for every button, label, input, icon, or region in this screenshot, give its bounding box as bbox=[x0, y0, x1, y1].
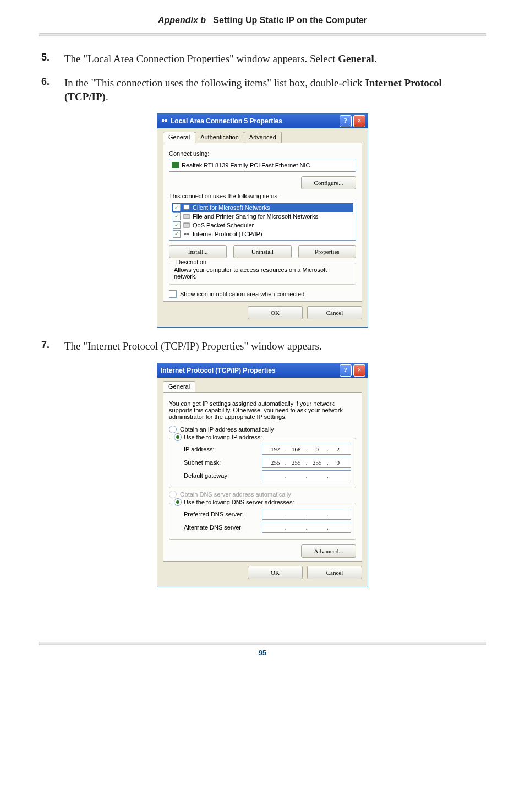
step-text: In the "This connection uses the followi… bbox=[64, 76, 484, 104]
description-text: Allows your computer to access resources… bbox=[174, 266, 351, 280]
connection-icon bbox=[161, 116, 168, 126]
close-button[interactable]: × bbox=[353, 364, 365, 377]
list-item[interactable]: ✓ Internet Protocol (TCP/IP) bbox=[172, 230, 353, 238]
use-ip-group: Use the following IP address: IP address… bbox=[169, 438, 356, 488]
tab-general[interactable]: General bbox=[163, 381, 195, 392]
list-item[interactable]: ✓ QoS Packet Scheduler bbox=[172, 221, 353, 230]
ip-address-input[interactable]: 192. 168. 0. 2 bbox=[262, 444, 351, 455]
alternate-dns-input[interactable]: ... bbox=[262, 522, 351, 533]
svg-rect-4 bbox=[185, 209, 188, 210]
obtain-ip-auto-radio[interactable] bbox=[169, 426, 177, 433]
protocol-icon bbox=[183, 230, 190, 238]
step-6: 6. In the "This connection uses the foll… bbox=[41, 76, 484, 104]
help-button[interactable]: ? bbox=[340, 115, 352, 127]
tabstrip: General Authentication Advanced bbox=[163, 132, 362, 143]
use-dns-group: Use the following DNS server addresses: … bbox=[169, 503, 356, 540]
text: The "Local Area Connection Properties" w… bbox=[64, 53, 338, 64]
item-label: Client for Microsoft Networks bbox=[193, 204, 270, 211]
adapter-field[interactable]: Realtek RTL8139 Family PCI Fast Ethernet… bbox=[169, 159, 356, 172]
tab-advanced[interactable]: Advanced bbox=[244, 132, 282, 143]
list-item[interactable]: ✓ Client for Microsoft Networks bbox=[172, 203, 353, 212]
item-label: QoS Packet Scheduler bbox=[193, 222, 254, 228]
service-icon bbox=[183, 212, 190, 220]
list-item[interactable]: ✓ File and Printer Sharing for Microsoft… bbox=[172, 212, 353, 221]
checkbox-icon[interactable]: ✓ bbox=[173, 204, 181, 211]
uninstall-button[interactable]: Uninstall bbox=[233, 245, 291, 258]
components-listbox[interactable]: ✓ Client for Microsoft Networks ✓ File a… bbox=[169, 201, 356, 241]
step-5: 5. The "Local Area Connection Properties… bbox=[41, 52, 484, 66]
preferred-dns-label: Preferred DNS server: bbox=[184, 511, 262, 517]
step-text: The "Internet Protocol (TCP/IP) Properti… bbox=[64, 339, 322, 353]
page-number: 95 bbox=[0, 648, 525, 673]
svg-rect-6 bbox=[184, 223, 189, 227]
appendix-label: Appendix b bbox=[158, 15, 206, 25]
adapter-name: Realtek RTL8139 Family PCI Fast Ethernet… bbox=[182, 162, 310, 168]
svg-rect-1 bbox=[165, 119, 167, 122]
service-icon bbox=[183, 221, 190, 229]
lan-properties-dialog: Local Area Connection 5 Properties ? × G… bbox=[157, 114, 368, 327]
subnet-mask-label: Subnet mask: bbox=[184, 459, 262, 466]
use-following-dns-label: Use the following DNS server addresses: bbox=[184, 499, 294, 505]
checkbox-icon[interactable]: ✓ bbox=[173, 212, 181, 220]
text: . bbox=[106, 91, 108, 102]
description-legend: Description bbox=[174, 259, 209, 265]
tcpip-properties-dialog: Internet Protocol (TCP/IP) Properties ? … bbox=[157, 363, 368, 587]
step-7: 7. The "Internet Protocol (TCP/IP) Prope… bbox=[41, 339, 484, 353]
step-text: The "Local Area Connection Properties" w… bbox=[64, 52, 376, 66]
show-icon-checkbox[interactable]: ✓ bbox=[169, 290, 177, 298]
use-following-ip-label: Use the following IP address: bbox=[184, 434, 262, 440]
default-gateway-label: Default gateway: bbox=[184, 472, 262, 479]
step-number: 7. bbox=[41, 339, 64, 353]
subnet-mask-input[interactable]: 255. 255. 255. 0 bbox=[262, 457, 351, 468]
intro-text: You can get IP settings assigned automat… bbox=[169, 400, 356, 420]
dialog-title: Internet Protocol (TCP/IP) Properties bbox=[161, 367, 276, 374]
page-title: Setting Up Static IP on the Computer bbox=[213, 15, 367, 25]
tabstrip: General bbox=[163, 381, 362, 393]
step-number: 6. bbox=[41, 76, 64, 104]
description-group: Description Allows your computer to acce… bbox=[169, 263, 356, 285]
configure-button[interactable]: Configure... bbox=[301, 176, 356, 189]
uses-items-label: This connection uses the following items… bbox=[169, 193, 356, 199]
properties-button[interactable]: Properties bbox=[298, 245, 356, 258]
show-icon-label: Show icon in notification area when conn… bbox=[180, 291, 304, 297]
text: In the "This connection uses the followi… bbox=[64, 77, 365, 89]
item-label: Internet Protocol (TCP/IP) bbox=[193, 231, 262, 237]
alternate-dns-label: Alternate DNS server: bbox=[184, 524, 262, 531]
text-bold: General bbox=[338, 53, 374, 64]
ip-address-label: IP address: bbox=[184, 446, 262, 453]
header-divider bbox=[39, 33, 486, 36]
obtain-ip-auto-label: Obtain an IP address automatically bbox=[180, 426, 274, 433]
ok-button[interactable]: OK bbox=[248, 566, 303, 579]
step-number: 5. bbox=[41, 52, 64, 66]
help-button[interactable]: ? bbox=[340, 364, 352, 377]
client-icon bbox=[183, 204, 190, 211]
obtain-dns-auto-radio bbox=[169, 491, 177, 498]
text: . bbox=[374, 53, 377, 64]
ok-button[interactable]: OK bbox=[248, 306, 303, 319]
cancel-button[interactable]: Cancel bbox=[307, 306, 362, 319]
preferred-dns-input[interactable]: ... bbox=[262, 509, 351, 520]
item-label: File and Printer Sharing for Microsoft N… bbox=[193, 213, 318, 220]
default-gateway-input[interactable]: . . . bbox=[262, 470, 351, 481]
nic-icon bbox=[172, 162, 179, 168]
obtain-dns-auto-label: Obtain DNS server address automatically bbox=[180, 491, 291, 498]
svg-rect-5 bbox=[184, 214, 189, 219]
titlebar[interactable]: Local Area Connection 5 Properties ? × bbox=[157, 114, 368, 128]
tab-authentication[interactable]: Authentication bbox=[195, 132, 244, 143]
page-header: Appendix b Setting Up Static IP on the C… bbox=[0, 0, 525, 30]
install-button[interactable]: Install... bbox=[169, 245, 227, 258]
tab-general[interactable]: General bbox=[163, 132, 195, 143]
dialog-title: Local Area Connection 5 Properties bbox=[171, 117, 282, 125]
svg-rect-3 bbox=[184, 205, 189, 209]
close-button[interactable]: × bbox=[353, 115, 365, 127]
footer-divider bbox=[39, 642, 486, 645]
connect-using-label: Connect using: bbox=[169, 150, 356, 157]
titlebar[interactable]: Internet Protocol (TCP/IP) Properties ? … bbox=[157, 363, 368, 378]
checkbox-icon[interactable]: ✓ bbox=[173, 230, 181, 238]
use-following-dns-radio[interactable] bbox=[174, 498, 182, 506]
checkbox-icon[interactable]: ✓ bbox=[173, 221, 181, 229]
use-following-ip-radio[interactable] bbox=[174, 433, 182, 441]
advanced-button[interactable]: Advanced... bbox=[301, 544, 356, 558]
svg-rect-0 bbox=[162, 119, 164, 122]
cancel-button[interactable]: Cancel bbox=[307, 566, 362, 579]
